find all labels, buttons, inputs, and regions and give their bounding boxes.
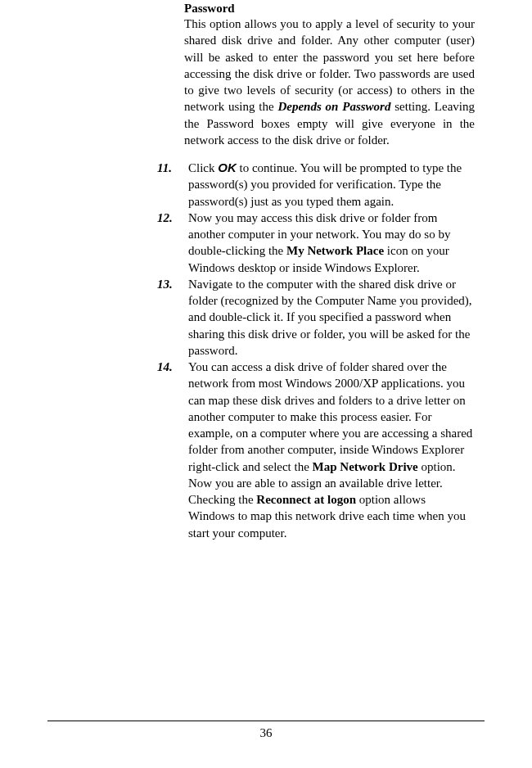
map-network-drive-bold: Map Network Drive <box>313 460 418 473</box>
footer-rule <box>47 721 485 721</box>
ok-label: OK <box>218 160 237 174</box>
text: Click <box>188 161 218 174</box>
reconnect-at-logon-bold: Reconnect at logon <box>256 493 356 506</box>
step-14: 14. You can access a disk drive of folde… <box>156 359 475 541</box>
page-footer: 36 <box>0 721 532 740</box>
step-body: Click OK to continue. You will be prompt… <box>188 160 475 210</box>
section-heading: Password <box>184 2 475 16</box>
password-section: Password This option allows you to apply… <box>184 2 475 148</box>
step-body: Now you may access this disk drive or fo… <box>188 210 475 276</box>
step-number: 11. <box>156 160 188 210</box>
text: Navigate to the computer with the shared… <box>188 278 472 357</box>
para-pre: This option allows you to apply a level … <box>184 17 475 113</box>
section-paragraph: This option allows you to apply a level … <box>184 16 475 148</box>
step-12: 12. Now you may access this disk drive o… <box>156 210 475 276</box>
step-body: Navigate to the computer with the shared… <box>188 276 475 359</box>
page-body: Password This option allows you to apply… <box>0 2 532 541</box>
text: You can access a disk drive of folder sh… <box>188 360 472 473</box>
my-network-place-bold: My Network Place <box>286 244 384 257</box>
step-number: 14. <box>156 359 188 541</box>
depends-on-password-emph: Depends on Password <box>277 100 390 113</box>
steps-list: 11. Click OK to continue. You will be pr… <box>156 160 475 541</box>
step-11: 11. Click OK to continue. You will be pr… <box>156 160 475 210</box>
step-number: 12. <box>156 210 188 276</box>
step-13: 13. Navigate to the computer with the sh… <box>156 276 475 359</box>
page-number: 36 <box>0 726 532 740</box>
step-number: 13. <box>156 276 188 359</box>
step-body: You can access a disk drive of folder sh… <box>188 359 475 541</box>
